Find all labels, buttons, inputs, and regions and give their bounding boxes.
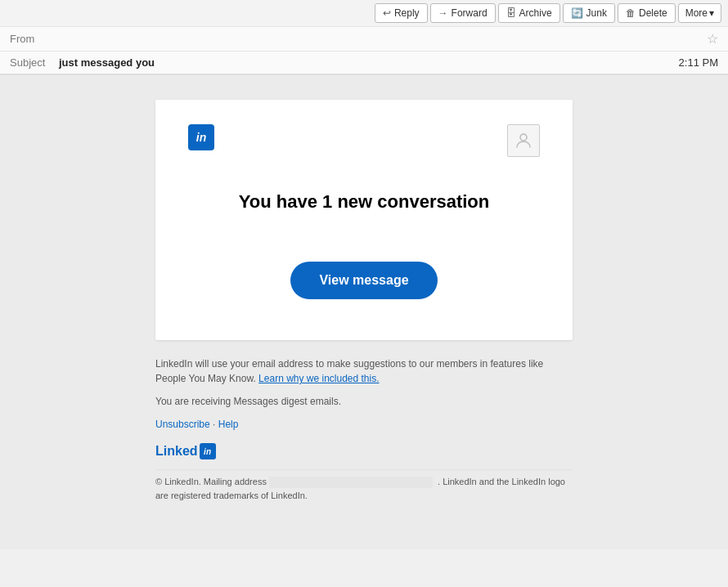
toolbar: ↩ Reply → Forward 🗄 Archive 🔄 Junk 🗑 Del… [0, 0, 728, 27]
unsubscribe-link[interactable]: Unsubscribe [155, 419, 210, 430]
more-label: More [685, 7, 708, 19]
email-time: 2:11 PM [679, 56, 718, 69]
more-button[interactable]: More ▾ [678, 3, 721, 23]
archive-icon: 🗄 [506, 7, 516, 19]
archive-label: Archive [519, 7, 552, 19]
footer-brand-logo: in [200, 443, 216, 459]
forward-icon: → [438, 7, 448, 19]
delete-icon: 🗑 [626, 7, 636, 19]
from-row: From ☆ [0, 27, 728, 52]
footer-brand: Linked in [155, 441, 573, 461]
avatar [507, 124, 540, 157]
email-body-area: in You have 1 new conversation View mess… [0, 75, 728, 549]
separator: · [213, 419, 218, 430]
view-message-button[interactable]: View message [290, 262, 438, 299]
junk-label: Junk [586, 7, 607, 19]
email-header: ↩ Reply → Forward 🗄 Archive 🔄 Junk 🗑 Del… [0, 0, 728, 75]
reply-label: Reply [394, 7, 420, 19]
subject-label: Subject [10, 56, 59, 69]
learn-why-link[interactable]: Learn why we included this. [258, 373, 379, 384]
reply-icon: ↩ [383, 7, 391, 19]
email-title: You have 1 new conversation [188, 191, 540, 213]
junk-icon: 🔄 [571, 7, 583, 19]
footer-links-row: Unsubscribe · Help [155, 417, 573, 432]
forward-button[interactable]: → Forward [430, 3, 496, 23]
star-icon[interactable]: ☆ [707, 31, 718, 47]
subject-value: just messaged you [59, 56, 679, 69]
help-link[interactable]: Help [218, 419, 239, 430]
chevron-down-icon: ▾ [709, 7, 714, 19]
email-card: in You have 1 new conversation View mess… [155, 100, 573, 340]
subject-row: Subject just messaged you 2:11 PM [0, 52, 728, 74]
junk-button[interactable]: 🔄 Junk [563, 3, 615, 23]
footer-brand-text: Linked [155, 441, 198, 461]
forward-label: Forward [452, 7, 488, 19]
copyright-text: © LinkedIn. Mailing address [155, 477, 267, 486]
footer-legal: © LinkedIn. Mailing address . LinkedIn a… [155, 469, 573, 502]
footer-disclaimer: LinkedIn will use your email address to … [155, 356, 573, 386]
footer-receiving: You are receiving Messages digest emails… [155, 394, 573, 409]
email-footer: LinkedIn will use your email address to … [155, 356, 573, 502]
linkedin-logo: in [188, 124, 214, 150]
address-bar [269, 477, 433, 488]
delete-label: Delete [639, 7, 667, 19]
reply-button[interactable]: ↩ Reply [375, 3, 428, 23]
delete-button[interactable]: 🗑 Delete [618, 3, 676, 23]
from-label: From [10, 33, 59, 45]
svg-point-0 [520, 134, 527, 141]
card-header-row: in [188, 124, 540, 167]
archive-button[interactable]: 🗄 Archive [498, 3, 560, 23]
